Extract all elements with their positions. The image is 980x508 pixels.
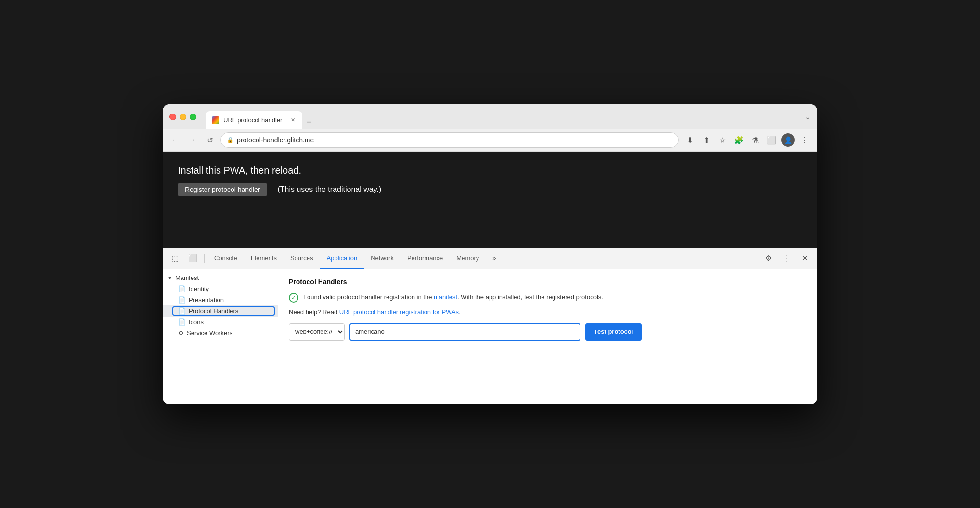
close-window-button[interactable] (169, 114, 176, 120)
sidebar-item-label: Presentation (189, 296, 224, 304)
devtools-body: ▼ Manifest 📄 Identity 📄 Presentation 📄 P… (163, 269, 817, 404)
tab-close-button[interactable]: ✕ (289, 116, 297, 124)
user-avatar: 👤 (781, 133, 795, 147)
manifest-group-header[interactable]: ▼ Manifest (163, 272, 278, 283)
sidebar-item-icons[interactable]: 📄 Icons (163, 317, 278, 328)
panel-title: Protocol Handlers (289, 278, 807, 286)
maximize-window-button[interactable] (190, 114, 196, 120)
help-row: Need help? Read URL protocol handler reg… (289, 308, 807, 316)
tab-elements[interactable]: Elements (244, 248, 284, 269)
url-bar[interactable]: 🔒 protocol-handler.glitch.me (220, 132, 679, 148)
sidebar-item-label: Identity (189, 285, 209, 292)
extensions-icon[interactable]: 🧩 (732, 133, 746, 147)
flask-icon[interactable]: ⚗ (748, 133, 762, 147)
devtools-main-panel: Protocol Handlers ✓ Found valid protocol… (278, 269, 817, 404)
browser-window: URL protocol handler ✕ + ⌄ ← → ↺ 🔒 proto… (163, 104, 817, 404)
address-bar: ← → ↺ 🔒 protocol-handler.glitch.me ⬇ ⬆ ☆… (163, 129, 817, 152)
reload-button[interactable]: ↺ (203, 133, 217, 147)
inspector-tool-button[interactable]: ⬚ (167, 250, 184, 267)
register-protocol-button[interactable]: Register protocol handler (178, 183, 267, 196)
download-icon[interactable]: ⬇ (683, 133, 697, 147)
toolbar-icons: ⬇ ⬆ ☆ 🧩 ⚗ ⬜ 👤 ⋮ (683, 133, 812, 147)
tab-performance[interactable]: Performance (400, 248, 450, 269)
sidebar-item-label: Protocol Handlers (189, 307, 238, 315)
devtools-more-button[interactable]: ⋮ (778, 250, 795, 267)
chevron-down-icon: ▼ (168, 275, 172, 280)
tabs-area: URL protocol handler ✕ + (201, 104, 800, 129)
tab-more[interactable]: » (486, 248, 503, 269)
test-protocol-button[interactable]: Test protocol (585, 323, 642, 341)
devtools-sidebar: ▼ Manifest 📄 Identity 📄 Presentation 📄 P… (163, 269, 278, 404)
traditional-note: (This uses the traditional way.) (277, 185, 381, 194)
new-tab-button[interactable]: + (302, 116, 316, 129)
tab-sources[interactable]: Sources (284, 248, 320, 269)
minimize-window-button[interactable] (180, 114, 186, 120)
document-icon: 📄 (178, 307, 186, 315)
tab-application[interactable]: Application (320, 248, 364, 269)
browser-menu-button[interactable]: ⋮ (797, 133, 812, 147)
url-text: protocol-handler.glitch.me (237, 136, 672, 144)
sidebar-item-service-workers[interactable]: ⚙ Service Workers (163, 328, 278, 339)
tab-console[interactable]: Console (207, 248, 244, 269)
devtools-tab-bar: ⬚ ⬜ Console Elements Sources Application… (163, 248, 817, 269)
sidebar-group-label: Manifest (175, 274, 199, 281)
tab-memory[interactable]: Memory (450, 248, 486, 269)
browser-tab[interactable]: URL protocol handler ✕ (206, 111, 302, 129)
page-content: Install this PWA, then reload. Register … (163, 152, 817, 248)
sidebar-item-label: Service Workers (187, 330, 232, 337)
tab-network[interactable]: Network (364, 248, 400, 269)
found-info-row: ✓ Found valid protocol handler registrat… (289, 292, 807, 303)
tab-separator (204, 254, 205, 263)
pwa-help-link[interactable]: URL protocol handler registration for PW… (339, 308, 459, 316)
gear-icon: ⚙ (178, 330, 184, 337)
manifest-link[interactable]: manifest (434, 293, 457, 301)
protocol-select[interactable]: web+coffee:// (289, 323, 345, 341)
title-bar: URL protocol handler ✕ + ⌄ (163, 104, 817, 129)
sidebar-item-protocol-handlers[interactable]: 📄 Protocol Handlers (163, 305, 278, 317)
devtools-settings-button[interactable]: ⚙ (760, 250, 777, 267)
found-text: Found valid protocol handler registratio… (303, 292, 603, 302)
display-icon[interactable]: ⬜ (764, 133, 779, 147)
device-tool-button[interactable]: ⬜ (184, 250, 201, 267)
document-icon: 📄 (178, 296, 186, 304)
lock-icon: 🔒 (227, 137, 234, 143)
bookmark-icon[interactable]: ☆ (715, 133, 730, 147)
forward-button[interactable]: → (186, 133, 199, 147)
tab-title: URL protocol handler (223, 116, 285, 124)
devtools-close-button[interactable]: ✕ (796, 250, 813, 267)
traffic-lights (169, 114, 196, 120)
back-button[interactable]: ← (168, 133, 182, 147)
devtools-right-buttons: ⚙ ⋮ ✕ (760, 250, 813, 267)
document-icon: 📄 (178, 285, 186, 292)
avatar[interactable]: 👤 (781, 133, 795, 147)
share-icon[interactable]: ⬆ (699, 133, 713, 147)
protocol-input[interactable] (349, 323, 580, 341)
protocol-test-row: web+coffee:// Test protocol (289, 323, 807, 341)
sidebar-item-label: Icons (189, 318, 204, 326)
tab-dropdown-button[interactable]: ⌄ (805, 113, 811, 121)
sidebar-item-presentation[interactable]: 📄 Presentation (163, 294, 278, 305)
check-icon: ✓ (289, 293, 298, 303)
document-icon: 📄 (178, 318, 186, 326)
tab-favicon (212, 116, 219, 124)
sidebar-item-identity[interactable]: 📄 Identity (163, 283, 278, 294)
install-instruction: Install this PWA, then reload. (178, 165, 802, 176)
devtools-panel: ⬚ ⬜ Console Elements Sources Application… (163, 248, 817, 404)
